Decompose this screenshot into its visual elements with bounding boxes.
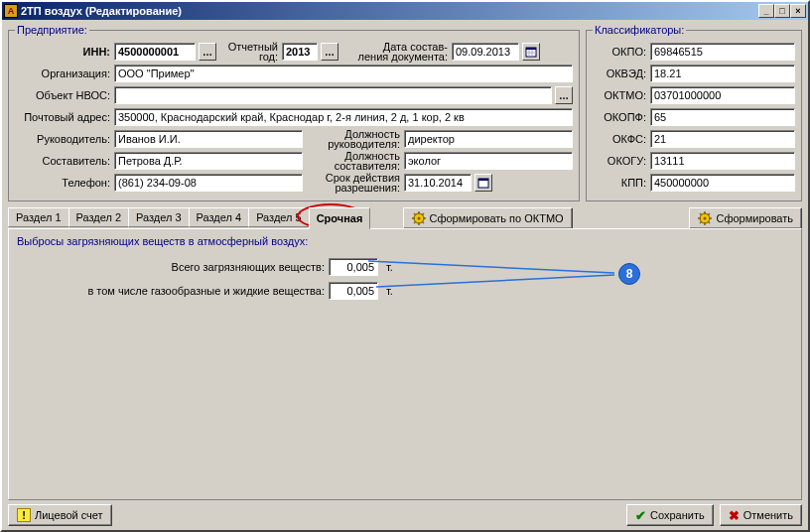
svg-line-15: [414, 221, 416, 223]
unit-t-2: т.: [386, 285, 393, 297]
inn-label: ИНН:: [15, 46, 110, 58]
nvos-label: Объект НВОС:: [15, 89, 110, 101]
save-button[interactable]: ✔ Сохранить: [626, 504, 714, 526]
total-input[interactable]: [329, 258, 378, 276]
classifiers-group: Классификаторы: ОКПО: ОКВЭД: ОКТМО: ОКОП…: [586, 24, 802, 201]
cancel-label: Отменить: [743, 509, 793, 521]
form-label: Сформировать: [716, 212, 793, 224]
tab-urgent[interactable]: Срочная: [309, 207, 371, 229]
gear-icon: [412, 211, 426, 225]
warning-icon: !: [17, 508, 31, 522]
kpp-label: КПП:: [593, 177, 646, 189]
okfs-label: ОКФС:: [593, 133, 646, 145]
permit-date-input[interactable]: [404, 174, 472, 192]
report-year-label-l2: год:: [259, 51, 278, 63]
tab-section-4[interactable]: Раздел 4: [189, 207, 250, 227]
doc-date-input[interactable]: [452, 43, 519, 61]
titlebar: А 2ТП воздух (Редактирование) _ □ ×: [2, 2, 808, 20]
compiler-label: Составитель:: [15, 155, 110, 167]
okved-input[interactable]: [650, 65, 795, 82]
account-label: Лицевой счет: [35, 509, 103, 521]
cancel-button[interactable]: ✖ Отменить: [720, 504, 802, 526]
tabs: Раздел 1 Раздел 2 Раздел 3 Раздел 4 Разд…: [8, 207, 369, 229]
head-pos-label-l2: руководителя:: [328, 138, 400, 150]
check-icon: ✔: [635, 508, 646, 523]
report-year-pick-button[interactable]: …: [321, 43, 338, 61]
svg-line-24: [708, 221, 710, 223]
kpp-input[interactable]: [650, 174, 795, 192]
page-legend: Выбросы загрязняющих веществ в атмосферн…: [17, 235, 793, 247]
form-by-oktmo-button[interactable]: Сформировать по ОКТМО: [403, 207, 573, 229]
compiler-pos-input[interactable]: [404, 152, 573, 170]
okpo-input[interactable]: [650, 43, 795, 61]
nvos-pick-button[interactable]: …: [555, 86, 573, 104]
compiler-input[interactable]: [114, 152, 303, 170]
total-label: Всего загрязняющих веществ:: [17, 261, 325, 273]
svg-line-13: [414, 213, 416, 215]
unit-t-1: т.: [386, 261, 393, 273]
tab-section-3[interactable]: Раздел 3: [128, 207, 190, 227]
okved-label: ОКВЭД:: [593, 67, 646, 79]
head-input[interactable]: [114, 130, 303, 148]
gasliq-input[interactable]: [329, 282, 378, 300]
okfs-input[interactable]: [650, 130, 795, 148]
svg-rect-1: [526, 48, 536, 50]
okopf-label: ОКОПФ:: [593, 111, 646, 123]
okogu-input[interactable]: [650, 152, 795, 170]
classifiers-legend: Классификаторы:: [593, 24, 686, 36]
svg-line-26: [708, 213, 710, 215]
gasliq-label: в том числе газообразные и жидкие вещест…: [17, 285, 325, 297]
tab-section-2[interactable]: Раздел 2: [68, 207, 130, 227]
window-title: 2ТП воздух (Редактирование): [21, 5, 758, 17]
svg-line-23: [700, 213, 702, 215]
postaddr-label: Почтовый адрес:: [15, 111, 110, 123]
nvos-input[interactable]: [114, 86, 552, 104]
head-pos-input[interactable]: [404, 130, 573, 148]
org-input[interactable]: [114, 65, 573, 82]
gear-icon: [698, 211, 712, 225]
svg-point-18: [704, 217, 707, 220]
minimize-button[interactable]: _: [758, 4, 774, 18]
phone-input[interactable]: [114, 174, 303, 192]
doc-date-label-l2: ления документа:: [358, 51, 448, 63]
maximize-button[interactable]: □: [774, 4, 790, 18]
cross-icon: ✖: [729, 508, 740, 523]
app-window: А 2ТП воздух (Редактирование) _ □ × Пред…: [0, 0, 810, 532]
close-button[interactable]: ×: [790, 4, 806, 18]
svg-line-25: [700, 221, 702, 223]
save-label: Сохранить: [650, 509, 705, 521]
enterprise-group: Предприятие: ИНН: … Отчетный год: … Дата…: [8, 24, 580, 201]
oktmo-label: ОКТМО:: [593, 89, 646, 101]
tab-section-1[interactable]: Раздел 1: [8, 207, 69, 227]
okopf-input[interactable]: [650, 108, 795, 126]
tab-section-5[interactable]: Раздел 5: [248, 207, 310, 227]
okogu-label: ОКОГУ:: [593, 155, 646, 167]
app-icon: А: [4, 4, 18, 18]
inn-pick-button[interactable]: …: [199, 43, 216, 61]
svg-rect-6: [478, 179, 488, 181]
org-label: Организация:: [15, 67, 110, 79]
svg-line-16: [422, 213, 424, 215]
compiler-pos-label-l2: составителя:: [335, 160, 400, 172]
svg-point-8: [417, 217, 420, 220]
inn-input[interactable]: [114, 43, 196, 61]
form-button[interactable]: Сформировать: [689, 207, 802, 229]
permit-date-calendar-button[interactable]: [474, 174, 492, 192]
head-label: Руководитель:: [15, 133, 110, 145]
doc-date-calendar-button[interactable]: [522, 43, 540, 61]
enterprise-legend: Предприятие:: [15, 24, 89, 36]
svg-line-14: [422, 221, 424, 223]
permit-label-l2: разрешения:: [335, 182, 400, 194]
tab-page-urgent: Выбросы загрязняющих веществ в атмосферн…: [8, 228, 802, 500]
form-by-oktmo-label: Сформировать по ОКТМО: [430, 212, 564, 224]
oktmo-input[interactable]: [650, 86, 795, 104]
phone-label: Телефон:: [15, 177, 110, 189]
report-year-input[interactable]: [282, 43, 318, 61]
postaddr-input[interactable]: [114, 108, 573, 126]
okpo-label: ОКПО:: [593, 46, 646, 58]
account-button[interactable]: ! Лицевой счет: [8, 504, 112, 526]
